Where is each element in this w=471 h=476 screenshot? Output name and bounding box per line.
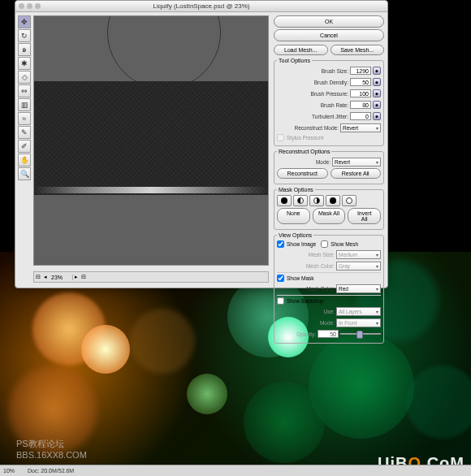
zoom-tool[interactable]: 🔍 <box>18 167 31 180</box>
nav-next-icon[interactable]: ▸ <box>73 274 80 280</box>
tool-options-group: Tool Options Brush Size:◆ Brush Density:… <box>274 58 384 146</box>
nav-first-icon[interactable]: ⊟ <box>34 274 42 280</box>
mask-replace-icon[interactable] <box>277 195 292 206</box>
mirror-tool[interactable]: ▥ <box>18 98 31 111</box>
reconstruct-tool[interactable]: ↻ <box>18 29 31 42</box>
tool-options-legend: Tool Options <box>277 58 312 63</box>
liquify-dialog: Liquify (LostInSpace.psd @ 23%) ✥ ↻ ๑ ✱ … <box>15 0 388 288</box>
mask-all-button[interactable]: Mask All <box>313 208 346 224</box>
turbulence-tool[interactable]: ≈ <box>18 112 31 125</box>
restore-all-button[interactable]: Restore All <box>331 168 382 179</box>
backdrop-use-dropdown: All Layers <box>336 307 381 316</box>
close-icon[interactable] <box>19 3 24 9</box>
pucker-tool[interactable]: ✱ <box>18 57 31 70</box>
turbulent-jitter-input[interactable] <box>350 112 371 120</box>
save-mesh-button[interactable]: Save Mesh... <box>331 45 385 55</box>
show-mesh-checkbox[interactable] <box>321 240 328 248</box>
brush-pressure-spinner[interactable]: ◆ <box>373 89 381 97</box>
minimize-icon[interactable] <box>27 3 32 9</box>
zoom-icon[interactable] <box>35 3 41 9</box>
nav-last-icon[interactable]: ⊟ <box>80 274 88 280</box>
mask-options-group: Mask Options None Mask All Invert All <box>274 187 384 230</box>
mask-add-icon[interactable] <box>293 195 308 206</box>
mask-color-dropdown[interactable]: Red <box>336 284 381 293</box>
mask-invert-icon[interactable] <box>342 195 356 206</box>
mask-none-button[interactable]: None <box>277 208 310 224</box>
freeze-mask-tool[interactable]: ✎ <box>18 126 31 139</box>
mask-legend: Mask Options <box>277 187 315 193</box>
view-options-group: View Options Show Image Show Mesh Mesh S… <box>274 232 384 344</box>
brush-density-input[interactable] <box>350 78 371 86</box>
thaw-mask-tool[interactable]: ✐ <box>18 140 31 153</box>
brush-size-spinner[interactable]: ◆ <box>373 67 381 75</box>
nav-prev-icon[interactable]: ◂ <box>42 274 49 280</box>
window-title: Liquify (LostInSpace.psd @ 23%) <box>153 2 250 10</box>
reconstruct-legend: Reconstruct Options <box>277 149 331 154</box>
reconstruct-options-group: Reconstruct Options Mode:Revert Reconstr… <box>274 149 384 184</box>
hand-tool[interactable]: ✋ <box>18 154 31 167</box>
cancel-button[interactable]: Cancel <box>274 29 384 41</box>
bloat-tool[interactable]: ◇ <box>18 71 31 84</box>
ok-button[interactable]: OK <box>274 15 384 28</box>
invert-all-button[interactable]: Invert All <box>348 208 381 224</box>
zoom-field[interactable]: 23% <box>49 275 73 280</box>
options-panel: OK Cancel Load Mesh... Save Mesh... Tool… <box>274 15 384 346</box>
toolbar: ✥ ↻ ๑ ✱ ◇ ⇔ ▥ ≈ ✎ ✐ ✋ 🔍 <box>18 15 31 181</box>
push-left-tool[interactable]: ⇔ <box>18 84 31 97</box>
mesh-color-dropdown: Gray <box>336 262 381 270</box>
mask-subtract-icon[interactable] <box>309 195 324 206</box>
mesh-size-dropdown: Medium <box>336 250 381 259</box>
view-legend: View Options <box>277 232 313 238</box>
brush-size-input[interactable] <box>350 67 371 75</box>
load-mesh-button[interactable]: Load Mesh... <box>274 45 328 55</box>
backdrop-mode-dropdown: In Front <box>336 318 381 327</box>
mask-intersect-icon[interactable] <box>326 195 340 206</box>
show-image-checkbox[interactable] <box>277 240 284 248</box>
watermark-left: PS教程论坛 BBS.16XX8.COM <box>16 438 87 460</box>
twirl-tool[interactable]: ๑ <box>18 43 31 56</box>
forward-warp-tool[interactable]: ✥ <box>18 15 31 28</box>
backdrop-opacity-input <box>318 330 339 338</box>
brush-rate-input[interactable] <box>350 101 371 109</box>
brush-pressure-input[interactable] <box>350 89 371 97</box>
titlebar[interactable]: Liquify (LostInSpace.psd @ 23%) <box>15 1 387 12</box>
reconstruct-mode-dropdown[interactable]: Revert <box>340 123 381 132</box>
reconstruct-button[interactable]: Reconstruct <box>277 168 328 179</box>
brush-rate-spinner[interactable]: ◆ <box>373 101 381 109</box>
turbulent-jitter-spinner[interactable]: ◆ <box>373 112 381 120</box>
show-backdrop-checkbox[interactable] <box>277 297 284 305</box>
preview-canvas[interactable] <box>33 15 269 266</box>
doc-size-label: Doc: 20.0M/52.6M <box>28 468 74 474</box>
show-mask-checkbox[interactable] <box>277 275 284 282</box>
opacity-slider <box>340 330 381 338</box>
stylus-pressure-checkbox <box>277 134 284 141</box>
reconstruct-mode-select[interactable]: Revert <box>332 158 381 167</box>
brush-density-spinner[interactable]: ◆ <box>373 78 381 86</box>
statusbar: ⊟ ◂ 23% ▸ ⊟ <box>33 271 269 283</box>
app-statusbar: 10% Doc: 20.0M/52.6M <box>0 465 471 476</box>
